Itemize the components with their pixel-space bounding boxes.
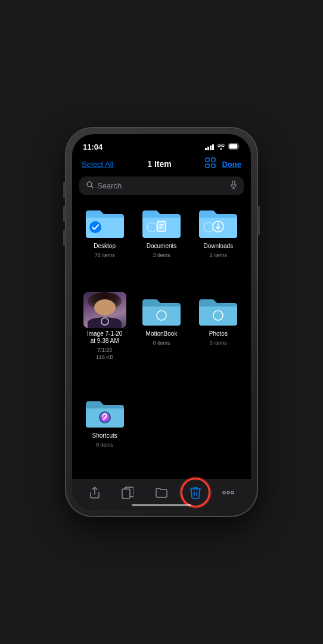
file-name-documents: Documents	[147, 243, 177, 250]
file-name-photos: Photos	[209, 330, 228, 338]
toolbar-right-actions: Done	[205, 157, 241, 171]
folder-motionbook-icon	[140, 292, 183, 328]
selection-toolbar: Select All 1 Item Done	[72, 154, 251, 174]
folder-photos-icon	[197, 292, 240, 328]
share-button[interactable]	[89, 486, 101, 499]
home-indicator	[132, 504, 191, 506]
more-button[interactable]	[222, 491, 234, 494]
svg-rect-1	[229, 144, 238, 149]
file-grid: Desktop 76 items D	[72, 200, 251, 479]
list-item[interactable]: Documents 3 items	[136, 205, 187, 285]
volume-silent-button	[63, 182, 66, 199]
list-item[interactable]: Shortcuts 0 items	[79, 394, 130, 475]
svg-rect-3	[212, 158, 215, 162]
svg-point-23	[231, 491, 234, 494]
list-item[interactable]: Downloads 2 items	[193, 205, 244, 285]
file-name-desktop: Desktop	[94, 243, 116, 250]
svg-point-21	[223, 491, 225, 494]
delete-button[interactable]	[190, 486, 201, 499]
status-icons	[205, 143, 240, 151]
svg-rect-4	[206, 164, 209, 168]
phone-screen: 11:04	[72, 134, 251, 510]
done-button[interactable]: Done	[222, 160, 241, 169]
svg-rect-8	[232, 181, 235, 185]
file-name-image: Image 7-1-20at 9.38 AM	[87, 330, 122, 345]
svg-rect-20	[122, 489, 130, 499]
file-meta-image: 7/1/20116 KB	[96, 347, 114, 361]
svg-rect-5	[212, 164, 215, 168]
notch	[132, 134, 191, 147]
file-meta-shortcuts: 0 items	[96, 442, 113, 449]
file-image-thumb	[83, 292, 126, 328]
file-meta-downloads: 2 items	[210, 252, 227, 259]
list-item[interactable]: Image 7-1-20at 9.38 AM 7/1/20116 KB	[79, 292, 130, 387]
file-name-downloads: Downloads	[204, 243, 233, 250]
file-name-motionbook: MotionBook	[146, 330, 178, 338]
phone-device: 11:04	[66, 128, 257, 516]
battery-icon	[228, 143, 240, 151]
select-all-button[interactable]: Select All	[82, 160, 113, 169]
folder-button[interactable]	[155, 487, 168, 499]
status-time: 11:04	[83, 143, 103, 151]
folder-shortcuts-icon	[83, 394, 126, 430]
folder-downloads-icon	[197, 205, 240, 240]
wifi-icon	[217, 143, 225, 151]
folder-documents-icon	[140, 205, 183, 240]
svg-rect-2	[206, 158, 209, 162]
search-icon	[86, 181, 94, 190]
file-meta-motionbook: 0 items	[153, 340, 170, 347]
svg-rect-12	[157, 221, 166, 231]
file-meta-documents: 3 items	[153, 252, 170, 259]
file-meta-desktop: 76 items	[95, 252, 115, 259]
list-item[interactable]: Photos 0 items	[193, 292, 244, 387]
search-input[interactable]: Search	[97, 181, 227, 190]
svg-point-22	[227, 491, 229, 494]
svg-line-7	[91, 186, 93, 188]
folder-desktop-icon	[83, 205, 126, 240]
volume-up-button	[63, 206, 66, 222]
file-meta-photos: 0 items	[210, 340, 227, 347]
search-bar[interactable]: Search	[79, 177, 244, 195]
grid-view-button[interactable]	[205, 157, 216, 171]
svg-point-11	[89, 221, 101, 233]
file-name-shortcuts: Shortcuts	[92, 432, 117, 439]
signal-icon	[205, 144, 214, 150]
duplicate-button[interactable]	[122, 486, 133, 499]
power-button	[257, 206, 260, 236]
volume-down-button	[63, 230, 66, 246]
selection-count: 1 Item	[147, 159, 171, 169]
list-item[interactable]: Desktop 76 items	[79, 205, 130, 285]
microphone-icon[interactable]	[231, 181, 237, 191]
list-item[interactable]: MotionBook 0 items	[136, 292, 187, 387]
